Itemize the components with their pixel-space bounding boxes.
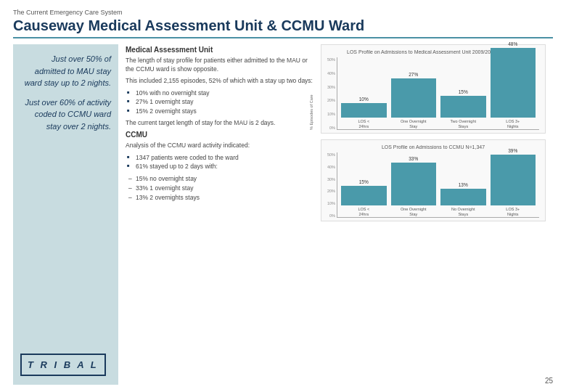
chart1-ylabel: % Episodes of Care [309, 94, 313, 130]
sidebar-text-2: Just over 60% of activity coded to CCMU … [20, 97, 111, 133]
mau-bullet-1: 10% with no overnight stay [136, 89, 315, 98]
chart1-bar-2: 27% One OvernightStay [391, 72, 437, 129]
main-content: Medical Assessment Unit The length of st… [118, 44, 553, 385]
chart1-ytick-4: 40% [327, 71, 335, 75]
ccmu-section-title: CCMU [126, 131, 315, 139]
chart1-ytick-2: 20% [327, 98, 335, 102]
charts-column: LOS Profile on Admissions to Medical Ass… [321, 44, 546, 385]
ccmu-bullet-2: 61% stayed up to 2 days with: [136, 162, 315, 171]
mau-bullets: 10% with no overnight stay 27% 1 overnig… [136, 89, 315, 116]
chart1-ytick-0: 0% [329, 126, 335, 130]
chart2-ytick-3: 30% [327, 177, 335, 181]
mau-bullet-2: 27% 1 overnight stay [136, 97, 315, 107]
chart2-ytick-5: 50% [327, 152, 335, 157]
chart1-ytick-1: 10% [327, 112, 335, 116]
mau-para2: This included 2,155 episodes, 52% of whi… [126, 77, 315, 86]
chart2-ytick-4: 40% [327, 165, 335, 169]
chart1-bar-1: 10% LOS <24hrs [341, 97, 387, 129]
sidebar-text-1: Just over 50% of admitted to MAU stay wa… [20, 53, 111, 89]
chart1-container: LOS Profile on Admissions to Medical Ass… [321, 44, 546, 134]
tribal-logo: T R I B A L [20, 354, 106, 377]
top-label: The Current Emergency Care System [13, 9, 553, 16]
mau-para1: The length of stay profile for patients … [126, 57, 315, 74]
chart2-bar-2: 33% One OvernightStay [391, 156, 437, 217]
chart2-ytick-0: 0% [329, 213, 335, 218]
mau-para3: The current target length of stay for th… [126, 119, 315, 128]
chart2-bar-4: 39% LOS 3+Nights [491, 148, 536, 217]
text-column: Medical Assessment Unit The length of st… [126, 44, 315, 385]
left-sidebar: Just over 50% of admitted to MAU stay wa… [13, 44, 118, 385]
chart1-bar-4: 48% LOS 3+Nights [491, 41, 536, 129]
chart2-bar-1: 15% LOS <24hrs [341, 179, 387, 217]
ccmu-sub-1: 15% no overnight stay [136, 174, 315, 184]
chart2-bars: 15% LOS <24hrs 33% One OvernightStay [337, 152, 539, 218]
chart2-container: LOS Profile on Admissions to CCMU N=1,34… [321, 139, 546, 221]
ccmu-sub-bullets: 15% no overnight stay 33% 1 overnight st… [136, 174, 315, 202]
chart2-ytick-1: 10% [327, 201, 335, 205]
chart2-ytick-2: 20% [327, 189, 335, 193]
page-title: Causeway Medical Assessment Unit & CCMU … [13, 17, 553, 38]
ccmu-sub-2: 33% 1 overnight stay [136, 184, 315, 193]
ccmu-bullet-1: 1347 patients were coded to the ward [136, 153, 315, 163]
ccmu-bullets: 1347 patients were coded to the ward 61%… [136, 153, 315, 172]
ccmu-para1: Analysis of the CCMU ward activity indic… [126, 142, 315, 150]
page-number: 25 [545, 377, 553, 385]
chart1-ytick-5: 50% [327, 57, 335, 62]
mau-bullet-3: 15% 2 overnight stays [136, 107, 315, 116]
chart1-ytick-3: 30% [327, 85, 335, 89]
chart1-bars: 10% LOS <24hrs 27% One OvernightStay [337, 57, 539, 130]
chart1-bar-3: 15% Two OvernightStays [440, 89, 486, 129]
mau-section-title: Medical Assessment Unit [126, 46, 315, 54]
chart2-bar-3: 13% No OvernightStays [440, 182, 486, 217]
ccmu-sub-3: 13% 2 overnights stays [136, 193, 315, 203]
